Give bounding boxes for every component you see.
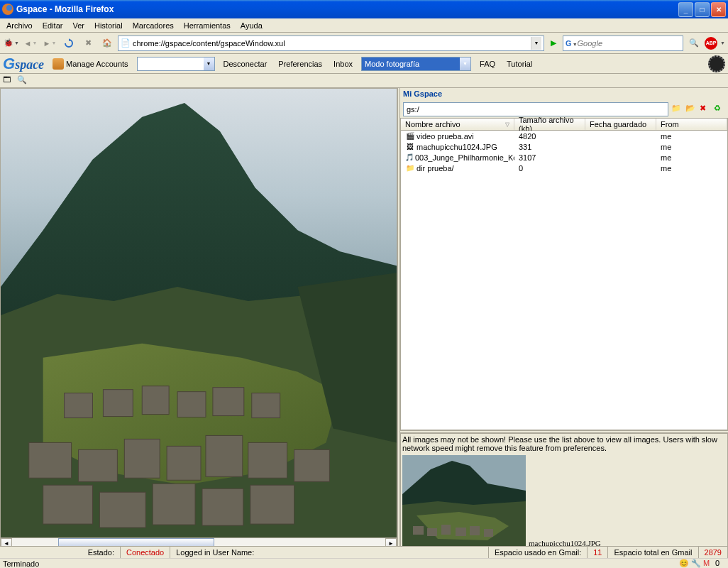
menu-editar[interactable]: Editar xyxy=(38,20,68,31)
file-size: 4820 xyxy=(514,132,585,141)
faq-link[interactable]: FAQ xyxy=(477,58,498,70)
svg-rect-1 xyxy=(29,442,72,478)
tools-icon[interactable]: 🔧 xyxy=(691,559,701,569)
back-button[interactable]: ◄▼ xyxy=(22,35,39,52)
dropdown-icon[interactable]: ▼ xyxy=(460,58,470,70)
count-icon: 0 xyxy=(715,559,725,569)
file-icon: 📁 xyxy=(405,163,415,173)
sort-icon: ▽ xyxy=(505,121,509,128)
total-label: Espacio total en Gmail xyxy=(614,548,692,557)
col-size[interactable]: Tamaño archivo (kb) xyxy=(514,119,585,130)
window-icon[interactable]: 🗔 xyxy=(3,75,14,87)
panel-title: Mi Gspace xyxy=(400,88,728,101)
disconnect-link[interactable]: Desconectar xyxy=(221,58,270,70)
svg-rect-18 xyxy=(252,393,280,418)
file-size: 0 xyxy=(514,164,585,173)
home-button[interactable]: 🏠 xyxy=(99,35,116,52)
firefox-icon xyxy=(2,4,13,15)
maximize-button[interactable]: □ xyxy=(695,2,710,17)
file-size: 331 xyxy=(514,143,585,151)
abp-dropdown-icon[interactable]: ▼ xyxy=(720,40,725,45)
file-name: video prueba.avi xyxy=(417,132,474,141)
svg-rect-25 xyxy=(484,529,493,537)
file-row[interactable]: 🎬video prueba.avi4820me xyxy=(401,131,727,141)
file-row[interactable]: 📁dir prueba/0me xyxy=(401,163,727,173)
zoom-icon[interactable]: 🔍 xyxy=(17,75,28,87)
manage-accounts-label: Manage Accounts xyxy=(66,60,128,68)
mode-combo[interactable]: Modo fotografía ▼ xyxy=(361,57,471,71)
account-combo[interactable]: ▼ xyxy=(137,57,215,71)
debug-button[interactable]: 🐞▼ xyxy=(3,35,20,52)
tutorial-link[interactable]: Tutorial xyxy=(504,58,535,70)
svg-rect-16 xyxy=(177,392,206,417)
forward-button[interactable]: ►▼ xyxy=(41,35,58,52)
accounts-icon xyxy=(53,58,64,70)
right-panel: Mi Gspace 📁 📂 ✖ ♻ Nombre archivo▽ Tamaño… xyxy=(400,88,728,550)
file-from: me xyxy=(656,164,727,173)
image-viewer[interactable] xyxy=(1,89,397,537)
svg-rect-11 xyxy=(202,488,243,525)
app-statusbar: Estado: Conectado Logged in User Name: E… xyxy=(0,546,728,558)
addon-badge-icon[interactable] xyxy=(708,55,725,72)
gspace-logo: Gspace xyxy=(3,55,44,73)
svg-rect-21 xyxy=(427,528,437,536)
logged-label: Logged in User Name: xyxy=(176,548,254,557)
reload-button[interactable] xyxy=(60,35,77,52)
manage-accounts-button[interactable]: Manage Accounts xyxy=(50,57,131,71)
total-value: 2879 xyxy=(705,548,722,557)
page-icon: 📄 xyxy=(121,38,131,48)
menu-archivo[interactable]: Archivo xyxy=(1,20,38,31)
delete-icon[interactable]: ✖ xyxy=(700,104,711,115)
up-folder-icon[interactable]: 📁 xyxy=(671,104,683,115)
new-folder-icon[interactable]: 📂 xyxy=(685,104,697,115)
svg-rect-20 xyxy=(413,526,424,535)
menu-marcadores[interactable]: Marcadores xyxy=(128,20,179,31)
inbox-link[interactable]: Inbox xyxy=(331,58,355,70)
menu-ver[interactable]: Ver xyxy=(67,20,89,31)
file-from: me xyxy=(656,143,727,151)
content-area: ◄ ► Mi Gspace 📁 📂 ✖ ♻ Nombre archivo▽ Ta… xyxy=(0,88,728,550)
search-box[interactable]: G▼ xyxy=(563,36,683,51)
file-from: me xyxy=(656,132,727,141)
svg-rect-15 xyxy=(142,386,169,415)
menu-herramientas[interactable]: Herramientas xyxy=(179,20,236,31)
minimize-button[interactable]: _ xyxy=(678,2,693,17)
preview-warning: All images may not be shown! Please use … xyxy=(402,435,726,452)
file-row[interactable]: 🖼machupicchu1024.JPG331me xyxy=(401,141,727,152)
svg-rect-2 xyxy=(79,449,118,481)
used-label: Espacio usado en Gmail: xyxy=(495,548,581,557)
svg-rect-23 xyxy=(456,528,466,536)
nav-toolbar: 🐞▼ ◄▼ ►▼ ✖ 🏠 📄 ▼ ▶ G▼ 🔍 ABP ▼ xyxy=(0,33,728,54)
path-input[interactable] xyxy=(403,102,668,116)
estado-value: Conectado xyxy=(126,548,164,557)
url-input[interactable] xyxy=(133,39,531,48)
url-bar[interactable]: 📄 ▼ xyxy=(118,36,544,51)
abp-icon[interactable]: ABP xyxy=(705,37,717,50)
menu-historial[interactable]: Historial xyxy=(89,20,128,31)
dropdown-icon[interactable]: ▼ xyxy=(204,58,214,70)
go-button[interactable]: ▶ xyxy=(546,36,561,50)
menu-ayuda[interactable]: Ayuda xyxy=(236,20,268,31)
prefs-link[interactable]: Preferencias xyxy=(275,58,325,70)
file-from: me xyxy=(656,153,727,162)
file-row[interactable]: 🎵003_Junge_Philharmonie_Koeln-Viv...3107… xyxy=(401,152,727,163)
svg-rect-24 xyxy=(470,526,480,535)
search-input[interactable] xyxy=(578,39,681,48)
mail-icon[interactable]: M xyxy=(703,559,713,569)
status-icon[interactable]: 😊 xyxy=(679,559,689,569)
col-name[interactable]: Nombre archivo▽ xyxy=(401,119,514,130)
close-button[interactable]: ✕ xyxy=(711,2,726,17)
svg-rect-6 xyxy=(248,442,287,478)
file-list-header: Nombre archivo▽ Tamaño archivo (kb) Fech… xyxy=(400,118,728,131)
col-from[interactable]: From xyxy=(656,119,727,130)
stop-button[interactable]: ✖ xyxy=(79,35,96,52)
refresh-icon[interactable]: ♻ xyxy=(714,104,725,115)
search-button[interactable]: 🔍 xyxy=(685,35,702,52)
file-list[interactable]: 🎬video prueba.avi4820me🖼machupicchu1024.… xyxy=(400,131,728,430)
file-icon: 🎬 xyxy=(405,131,415,141)
url-dropdown-icon[interactable]: ▼ xyxy=(531,37,541,50)
col-date[interactable]: Fecha guardado xyxy=(585,119,656,130)
thumbnail[interactable] xyxy=(402,455,526,547)
google-icon[interactable]: G▼ xyxy=(566,39,578,48)
window-title: Gspace - Mozilla Firefox xyxy=(16,4,677,14)
